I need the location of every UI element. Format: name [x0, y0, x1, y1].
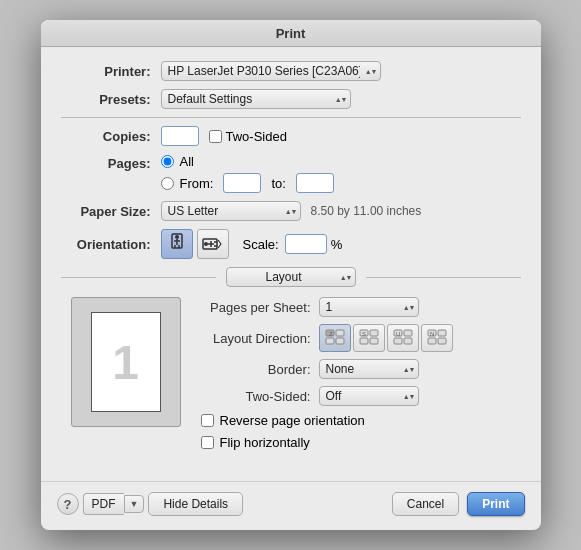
orientation-buttons	[161, 229, 229, 259]
reverse-orientation-label[interactable]: Reverse page orientation	[220, 413, 365, 428]
two-sided-select-wrapper: Off	[319, 386, 419, 406]
border-row: Border: None	[191, 359, 511, 379]
svg-rect-13	[336, 330, 344, 336]
footer-right: Cancel Print	[392, 492, 525, 516]
paper-size-description: 8.50 by 11.00 inches	[311, 204, 422, 218]
flip-horizontally-row: Flip horizontally	[201, 435, 511, 450]
svg-text:Z: Z	[329, 331, 333, 337]
pages-all-radio[interactable]	[161, 155, 174, 168]
svg-rect-14	[326, 338, 334, 344]
preview-box: 1	[71, 297, 181, 427]
pages-from-label[interactable]: From:	[180, 176, 214, 191]
pages-from-row: From: 1 to: 1	[161, 173, 334, 193]
pages-from-input[interactable]: 1	[223, 173, 261, 193]
pages-per-sheet-select-wrapper: 1	[319, 297, 419, 317]
direction-icon-1: Z	[325, 329, 345, 347]
svg-rect-19	[360, 338, 368, 344]
svg-rect-23	[404, 330, 412, 336]
pages-options: All From: 1 to: 1	[161, 154, 334, 193]
flip-horizontally-checkbox[interactable]	[201, 436, 214, 449]
paper-size-select[interactable]: US Letter	[161, 201, 301, 221]
direction-btn-3[interactable]: U	[387, 324, 419, 352]
pdf-main-button[interactable]: PDF	[83, 493, 124, 515]
help-button[interactable]: ?	[57, 493, 79, 515]
two-sided-checkbox[interactable]	[209, 130, 222, 143]
border-select[interactable]: None	[319, 359, 419, 379]
flip-horizontally-label[interactable]: Flip horizontally	[220, 435, 310, 450]
portrait-button[interactable]	[161, 229, 193, 259]
svg-rect-20	[370, 338, 378, 344]
copies-row: Copies: 1 Two-Sided	[61, 126, 521, 146]
printer-label: Printer:	[61, 64, 151, 79]
pages-to-input[interactable]: 1	[296, 173, 334, 193]
reverse-orientation-row: Reverse page orientation	[201, 413, 511, 428]
svg-point-1	[175, 235, 179, 239]
two-sided-select[interactable]: Off	[319, 386, 419, 406]
svg-point-7	[204, 242, 208, 246]
paper-size-select-wrapper: US Letter	[161, 201, 301, 221]
footer-left: ? PDF ▼ Hide Details	[57, 492, 244, 516]
paper-size-label: Paper Size:	[61, 204, 151, 219]
pages-per-sheet-row: Pages per Sheet: 1	[191, 297, 511, 317]
two-sided-row: Two-Sided: Off	[191, 386, 511, 406]
dialog-titlebar: Print	[41, 20, 541, 47]
landscape-button[interactable]	[197, 229, 229, 259]
pdf-button-group: PDF ▼	[83, 493, 145, 515]
copies-input[interactable]: 1	[161, 126, 199, 146]
right-line	[366, 277, 521, 278]
layout-section-header: Layout	[61, 267, 521, 287]
two-sided-label[interactable]: Two-Sided	[226, 129, 287, 144]
svg-rect-15	[336, 338, 344, 344]
print-dialog: Print Printer: HP LaserJet P3010 Series …	[41, 20, 541, 530]
svg-text:S: S	[362, 331, 366, 337]
pages-all-row: All	[161, 154, 334, 169]
direction-icon-4: N	[427, 329, 447, 347]
scale-label: Scale:	[243, 237, 279, 252]
left-line	[61, 277, 216, 278]
right-panel: Pages per Sheet: 1 Layout Direction:	[191, 297, 511, 450]
layout-direction-row: Layout Direction: Z	[191, 324, 511, 352]
pages-per-sheet-select[interactable]: 1	[319, 297, 419, 317]
pages-label: Pages:	[61, 156, 151, 171]
layout-select[interactable]: Layout	[226, 267, 356, 287]
portrait-icon	[168, 233, 186, 255]
pdf-arrow-button[interactable]: ▼	[124, 495, 145, 513]
direction-btn-1[interactable]: Z	[319, 324, 351, 352]
svg-text:N: N	[430, 331, 434, 337]
bottom-section: 1 Pages per Sheet: 1 Layout Direction:	[61, 297, 521, 450]
printer-select[interactable]: HP LaserJet P3010 Series [C23A06]	[161, 61, 381, 81]
direction-btn-4[interactable]: N	[421, 324, 453, 352]
dialog-footer: ? PDF ▼ Hide Details Cancel Print	[41, 481, 541, 530]
reverse-orientation-checkbox[interactable]	[201, 414, 214, 427]
direction-buttons: Z S	[319, 324, 453, 352]
svg-rect-30	[438, 338, 446, 344]
orientation-row: Orientation:	[61, 229, 521, 259]
scale-input[interactable]: 100	[285, 234, 327, 254]
direction-btn-2[interactable]: S	[353, 324, 385, 352]
dialog-title: Print	[276, 26, 306, 41]
svg-rect-25	[404, 338, 412, 344]
svg-rect-29	[428, 338, 436, 344]
print-button[interactable]: Print	[467, 492, 524, 516]
two-sided-panel-label: Two-Sided:	[191, 389, 311, 404]
copies-label: Copies:	[61, 129, 151, 144]
hide-details-button[interactable]: Hide Details	[148, 492, 243, 516]
border-label: Border:	[191, 362, 311, 377]
presets-row: Presets: Default Settings	[61, 89, 521, 109]
scale-unit: %	[331, 237, 343, 252]
pages-to-label: to:	[271, 176, 285, 191]
orientation-label: Orientation:	[61, 237, 151, 252]
svg-text:U: U	[396, 331, 400, 337]
svg-rect-24	[394, 338, 402, 344]
pages-row: Pages: All From: 1 to: 1	[61, 154, 521, 193]
direction-icon-3: U	[393, 329, 413, 347]
cancel-button[interactable]: Cancel	[392, 492, 459, 516]
direction-icon-2: S	[359, 329, 379, 347]
presets-select[interactable]: Default Settings	[161, 89, 351, 109]
landscape-icon	[202, 235, 224, 253]
printer-select-wrapper: HP LaserJet P3010 Series [C23A06]	[161, 61, 381, 81]
pages-from-radio[interactable]	[161, 177, 174, 190]
pages-all-label[interactable]: All	[180, 154, 194, 169]
printer-row: Printer: HP LaserJet P3010 Series [C23A0…	[61, 61, 521, 81]
presets-select-wrapper: Default Settings	[161, 89, 351, 109]
